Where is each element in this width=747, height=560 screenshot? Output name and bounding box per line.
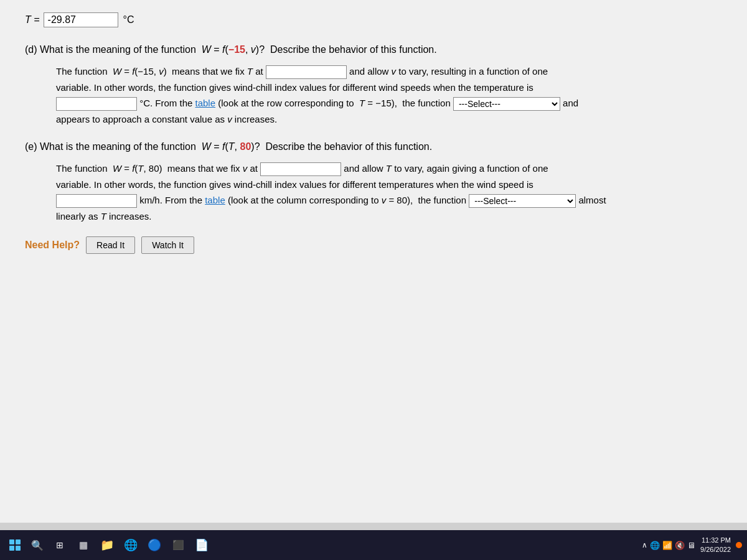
- taskbar: 🔍 ⊞ ▦ 📁 🌐 🔵 ⬛ 📄 ∧ 🌐 📶 🔇 🖥 11: [0, 530, 747, 560]
- taskview-icon: ⊞: [56, 540, 63, 550]
- temp-label: T =: [25, 14, 40, 26]
- taskbar-edge-button[interactable]: 🌐: [121, 535, 141, 555]
- section-e-input1[interactable]: [260, 162, 341, 176]
- taskbar-tray: ∧ 🌐 📶 🔇 🖥 11:32 PM 9/26/2022: [642, 536, 742, 555]
- taskbar-widgets-button[interactable]: ▦: [73, 535, 93, 555]
- taskbar-explorer-button[interactable]: 📁: [97, 535, 117, 555]
- section-d-input1[interactable]: [266, 65, 347, 79]
- temp-unit: °C: [123, 14, 134, 26]
- temp-row: T = °C: [25, 12, 722, 27]
- start-button[interactable]: [5, 535, 25, 555]
- read-it-button[interactable]: Read It: [86, 236, 135, 254]
- pdf-icon: 📄: [195, 538, 209, 552]
- taskbar-search-button[interactable]: 🔍: [29, 536, 46, 554]
- section-e-header: (e) What is the meaning of the function …: [25, 139, 722, 154]
- section-d-line3: °C. From the table (look at the row corr…: [56, 98, 578, 108]
- section-d-line1: The function W = f(−15, v) means that we…: [56, 66, 548, 77]
- notification-dot: [736, 542, 742, 548]
- section-e-table-link[interactable]: table: [205, 195, 225, 205]
- section-d-table-link[interactable]: table: [195, 98, 216, 108]
- taskbar-time-text: 11:32 PM: [700, 536, 731, 545]
- temp-input[interactable]: [44, 12, 118, 27]
- section-d-body: The function W = f(−15, v) means that we…: [56, 63, 722, 127]
- edge-icon: 🌐: [124, 538, 138, 552]
- section-d-line2: variable. In other words, the function g…: [56, 82, 533, 93]
- watch-it-button[interactable]: Watch It: [141, 236, 194, 254]
- section-d: (d) What is the meaning of the function …: [25, 42, 722, 127]
- taskbar-pdf-button[interactable]: 📄: [192, 535, 212, 555]
- volume-mute-icon: 🔇: [675, 541, 685, 550]
- network-icon: 🌐: [650, 541, 660, 550]
- taskbar-date-text: 9/26/2022: [700, 545, 731, 554]
- tray-chevron[interactable]: ∧: [642, 541, 647, 549]
- section-e: (e) What is the meaning of the function …: [25, 139, 722, 224]
- section-e-select[interactable]: ---Select--- increases decreases approac…: [469, 194, 576, 208]
- section-d-label: (d) What is the meaning of the function …: [25, 44, 437, 55]
- taskbar-clock[interactable]: 11:32 PM 9/26/2022: [700, 536, 731, 555]
- taskbar-app1-button[interactable]: ⬛: [168, 535, 188, 555]
- section-e-input2[interactable]: [56, 194, 137, 208]
- section-e-body: The function W = f(T, 80) means that we …: [56, 161, 722, 224]
- section-e-line1: The function W = f(T, 80) means that we …: [56, 163, 548, 174]
- section-d-line4: appears to approach a constant value as …: [56, 114, 277, 124]
- taskbar-chrome-button[interactable]: 🔵: [144, 535, 164, 555]
- section-d-select[interactable]: ---Select--- increases decreases approac…: [453, 97, 560, 111]
- need-help-label: Need Help?: [25, 240, 80, 251]
- need-help-row: Need Help? Read It Watch It: [25, 236, 722, 254]
- section-d-input2[interactable]: [56, 97, 137, 111]
- section-e-line4: linearly as T increases.: [56, 211, 151, 222]
- folder-icon: 📁: [100, 538, 114, 552]
- section-e-line2: variable. In other words, the function g…: [56, 179, 533, 190]
- section-d-header: (d) What is the meaning of the function …: [25, 42, 722, 57]
- app1-icon: ⬛: [172, 539, 184, 551]
- taskbar-taskview-button[interactable]: ⊞: [50, 535, 70, 555]
- chrome-icon: 🔵: [148, 538, 161, 552]
- windows-logo-icon: [9, 539, 21, 551]
- tray-icons: ∧ 🌐 📶 🔇 🖥: [642, 541, 695, 550]
- monitor-icon: 🖥: [687, 541, 695, 550]
- widgets-icon: ▦: [79, 539, 88, 551]
- wifi-icon: 📶: [662, 541, 672, 550]
- section-e-line3: km/h. From the table (look at the column…: [56, 195, 606, 205]
- main-content: T = °C (d) What is the meaning of the fu…: [0, 0, 747, 523]
- section-e-label: (e) What is the meaning of the function …: [25, 141, 432, 152]
- search-icon: 🔍: [31, 539, 44, 551]
